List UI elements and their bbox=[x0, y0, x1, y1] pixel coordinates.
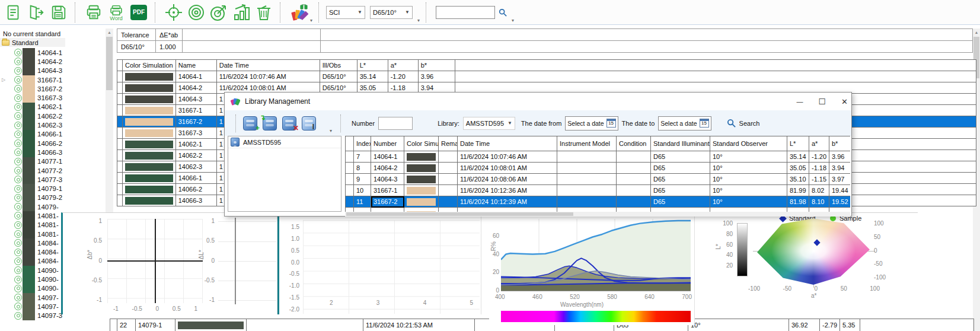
tree-item[interactable]: 14062-3 bbox=[0, 120, 62, 129]
tree-item[interactable]: 14097-3 bbox=[0, 311, 62, 320]
tree-item[interactable]: 14077-1 bbox=[0, 157, 62, 166]
col-a[interactable]: a* bbox=[809, 136, 829, 151]
library-list-item[interactable]: AMSSTD595 bbox=[228, 136, 341, 148]
col-date-time[interactable]: Date Time bbox=[458, 136, 557, 151]
expander-icon[interactable]: ▷ bbox=[0, 77, 7, 82]
measure-target-button[interactable] bbox=[162, 2, 185, 23]
tree-item[interactable]: ▷ 31667-1 bbox=[0, 75, 62, 84]
delete-library-icon[interactable]: ✕ bbox=[282, 116, 296, 131]
tree-item[interactable]: 14090- bbox=[0, 275, 62, 284]
tree-item[interactable]: 14097- bbox=[0, 293, 62, 302]
scroll-up-icon[interactable]: ▲ bbox=[973, 28, 980, 36]
tree-item[interactable]: 31667-2 bbox=[0, 84, 62, 93]
calendar-icon[interactable]: 15 bbox=[700, 119, 709, 128]
print-button[interactable] bbox=[82, 2, 105, 23]
col-a[interactable]: a* bbox=[388, 60, 418, 71]
col-instrument-model[interactable]: Instrument Model bbox=[557, 136, 617, 151]
rename-library-icon[interactable]: I bbox=[302, 116, 316, 131]
tree-item[interactable]: 14079-2 bbox=[0, 193, 62, 202]
close-button[interactable]: ✕ bbox=[841, 97, 848, 106]
toolbar-overflow-button[interactable]: ▾ bbox=[310, 18, 312, 23]
sidebar-scrollbar[interactable]: ▲ bbox=[106, 28, 113, 212]
search-input[interactable] bbox=[436, 6, 495, 19]
tree-item[interactable]: 14077-3 bbox=[0, 175, 62, 184]
col-remark[interactable]: Remark bbox=[439, 136, 458, 151]
import-library-icon[interactable]: ↴ bbox=[263, 116, 277, 131]
sci-sce-combobox[interactable]: SCI ▼ bbox=[326, 6, 365, 19]
col-standard-illuminant[interactable]: Standard Illuminant bbox=[651, 136, 710, 151]
minimize-button[interactable]: — bbox=[797, 98, 803, 105]
new-document-button[interactable] bbox=[2, 2, 25, 23]
sidebar-scrollbar-thumb[interactable] bbox=[106, 37, 113, 90]
tree-item[interactable]: 14079- bbox=[0, 202, 62, 211]
tolerance-value[interactable]: 1.000 bbox=[156, 41, 183, 53]
tree-item[interactable]: 14097- bbox=[0, 302, 62, 311]
col-ill-obs[interactable]: Ill/Obs bbox=[320, 60, 357, 71]
export-pdf-button[interactable]: PDF bbox=[127, 2, 150, 23]
search-icon[interactable] bbox=[727, 119, 736, 128]
col-color-simulation[interactable]: Color Simulation bbox=[123, 60, 176, 71]
date-to-picker[interactable]: Select a date 15 bbox=[658, 116, 711, 131]
tree-item[interactable]: 14081- bbox=[0, 211, 62, 220]
tree-item[interactable]: 14081- bbox=[0, 221, 62, 230]
tree-item[interactable]: 14084- bbox=[0, 248, 62, 257]
toolbar-overflow-button[interactable]: ▾ bbox=[512, 18, 514, 23]
illuminant-observer-combobox[interactable]: D65/10° ▼ bbox=[370, 6, 413, 19]
save-button[interactable] bbox=[47, 2, 70, 23]
library-row[interactable]: 8 14064-2 11/6/2024 10:08:01 AM D65 10° … bbox=[346, 163, 851, 174]
library-partial-row[interactable] bbox=[346, 208, 851, 212]
col-name[interactable]: Name bbox=[175, 60, 216, 71]
col-date-time[interactable]: Date Time bbox=[216, 60, 320, 71]
col-l[interactable]: L* bbox=[787, 136, 809, 151]
standard-folder-node[interactable]: Standard bbox=[0, 38, 65, 47]
tree-item[interactable]: 14062-1 bbox=[0, 103, 62, 112]
add-library-icon[interactable]: + bbox=[243, 116, 257, 131]
tree-item[interactable]: 14064-2 bbox=[0, 57, 62, 66]
export-button[interactable] bbox=[25, 2, 47, 23]
col-color-simulation[interactable]: Color Simulation bbox=[404, 136, 439, 151]
results-row[interactable]: 14064-1 11/6/2024 10:07:46 AM D65/10° 35… bbox=[117, 71, 976, 82]
maximize-button[interactable]: ☐ bbox=[819, 97, 826, 106]
tree-item[interactable]: 14081- bbox=[0, 230, 62, 238]
dialog-scrollbar-thumb[interactable] bbox=[346, 212, 573, 216]
number-input[interactable] bbox=[378, 117, 413, 130]
dialog-titlebar[interactable]: Library Management — ☐ ✕ bbox=[225, 93, 851, 110]
delete-button[interactable] bbox=[253, 2, 275, 23]
print-word-button[interactable]: Word bbox=[105, 2, 127, 23]
col-b[interactable]: b* bbox=[829, 136, 851, 151]
tree-item[interactable]: 14079-1 bbox=[0, 184, 62, 193]
library-row[interactable]: 10 31667-1 11/6/2024 10:12:36 AM D65 10°… bbox=[346, 185, 851, 196]
measure-sample-button[interactable] bbox=[208, 2, 230, 23]
tree-item[interactable]: 14084- bbox=[0, 257, 62, 266]
tree-item[interactable]: 14090- bbox=[0, 284, 62, 293]
date-from-picker[interactable]: Select a date 15 bbox=[565, 116, 618, 131]
library-combobox[interactable]: AMSSTD595 ▼ bbox=[463, 117, 515, 130]
statistics-button[interactable] bbox=[230, 2, 253, 23]
col-condition[interactable]: Condition bbox=[617, 136, 651, 151]
search-button[interactable]: Search bbox=[739, 120, 760, 127]
tree-item[interactable]: 14090- bbox=[0, 266, 62, 275]
tree-item[interactable]: 31667-3 bbox=[0, 93, 62, 102]
tree-item[interactable]: 14064-3 bbox=[0, 66, 62, 75]
tree-item[interactable]: 14066-3 bbox=[0, 148, 62, 157]
tree-item[interactable]: 14066-1 bbox=[0, 130, 62, 139]
search-icon[interactable] bbox=[499, 8, 507, 17]
scroll-up-icon[interactable]: ▲ bbox=[106, 28, 113, 36]
tree-item[interactable]: 14062-2 bbox=[0, 112, 62, 120]
library-row[interactable]: 11 31667-2 11/6/2024 10:12:39 AM D65 10°… bbox=[346, 196, 851, 208]
tree-item[interactable]: 14084- bbox=[0, 238, 62, 247]
col-number[interactable]: Number bbox=[371, 136, 404, 151]
col-l[interactable]: L* bbox=[357, 60, 388, 71]
dialog-horizontal-scrollbar[interactable] bbox=[345, 212, 850, 217]
measure-standard-button[interactable] bbox=[185, 2, 208, 23]
tree-item[interactable]: 14064-1 bbox=[0, 48, 62, 57]
col-standard-observer[interactable]: Standard Observer bbox=[710, 136, 787, 151]
calendar-icon[interactable]: 15 bbox=[606, 119, 616, 128]
toolbar-overflow-button[interactable]: ▾ bbox=[417, 18, 420, 23]
library-row[interactable]: 9 14064-3 11/6/2024 10:08:06 AM D65 10° … bbox=[346, 174, 851, 185]
tree-item[interactable]: 14077-2 bbox=[0, 166, 62, 175]
dialog-toolbar-overflow[interactable]: ▾ bbox=[330, 128, 332, 133]
tree-item[interactable]: 14066-2 bbox=[0, 139, 62, 148]
library-row[interactable]: 7 14064-1 11/6/2024 10:07:46 AM D65 10° … bbox=[346, 151, 851, 163]
col-b[interactable]: b* bbox=[418, 60, 455, 71]
